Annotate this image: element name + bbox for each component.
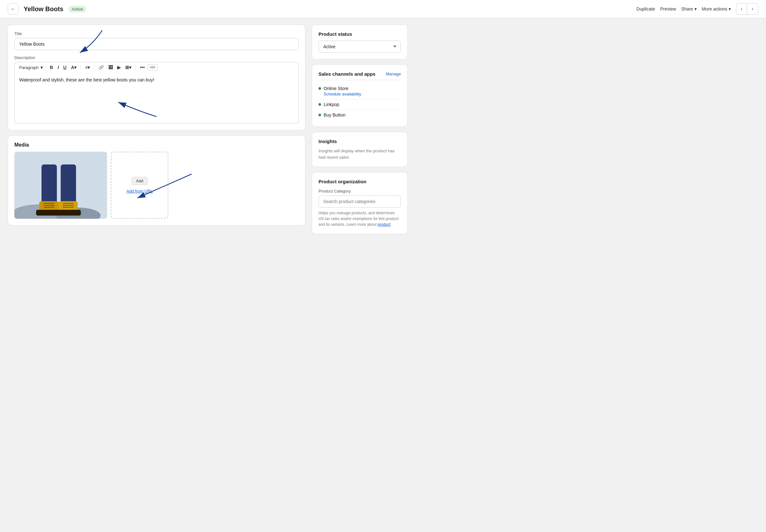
- linkpop-name: Linkpop: [323, 102, 339, 107]
- nav-arrows: ‹ ›: [736, 3, 758, 15]
- media-grid: Add Add from URL: [14, 152, 299, 219]
- channel-name-row-online-store: Online Store: [318, 86, 401, 91]
- toolbar-divider-2: [80, 64, 81, 71]
- next-arrow-button[interactable]: ›: [747, 4, 758, 14]
- product-status-select[interactable]: Active Draft Archived: [318, 41, 401, 53]
- divider: [318, 80, 401, 80]
- top-bar-actions: Duplicate Preview Share ▾ More actions ▾…: [636, 3, 758, 15]
- product-image[interactable]: [14, 152, 107, 219]
- share-chevron-icon: ▾: [694, 6, 697, 11]
- right-column: Product status Active Draft Archived Sal…: [312, 25, 408, 234]
- video-button[interactable]: ▶: [116, 64, 122, 71]
- product-status-title: Product status: [318, 31, 401, 37]
- sales-channels-title: Sales channels and apps: [318, 71, 375, 77]
- product-organization-card: Product organization Product Category He…: [312, 172, 408, 234]
- editor-toolbar: Paragraph ▾ B I U A ▾ ≡ ▾ 🔗: [14, 62, 299, 72]
- more-actions-button[interactable]: More actions ▾: [702, 6, 731, 11]
- org-helper-text: Helps you manage products, and determine…: [318, 210, 401, 227]
- image-button[interactable]: 🖼: [107, 64, 114, 71]
- link-button[interactable]: 🔗: [97, 64, 105, 71]
- channel-name-row-buy-button: Buy Button: [318, 112, 401, 118]
- align-chevron-icon: ▾: [87, 65, 90, 70]
- description-editor[interactable]: Waterproof and stylish, these are the be…: [14, 72, 299, 124]
- table-icon: ⊞: [125, 65, 129, 70]
- boots-illustration: [14, 152, 107, 219]
- main-content: Title Description Paragraph ▾ B I U A ▾: [0, 18, 415, 240]
- media-card: Media: [8, 135, 305, 225]
- sales-channels-card: Sales channels and apps Manage Online St…: [312, 65, 408, 127]
- underline-button[interactable]: U: [62, 64, 68, 71]
- online-store-name: Online Store: [323, 86, 348, 91]
- table-button[interactable]: ⊞ ▾: [124, 64, 133, 71]
- buy-button-status-dot: [318, 114, 321, 116]
- left-column: Title Description Paragraph ▾ B I U A ▾: [8, 25, 305, 234]
- title-input[interactable]: [14, 38, 299, 50]
- paragraph-select-wrapper[interactable]: Paragraph ▾: [18, 65, 43, 71]
- text-color-icon: A: [71, 65, 74, 70]
- svg-rect-4: [61, 164, 76, 206]
- product-details-card: Title Description Paragraph ▾ B I U A ▾: [8, 25, 305, 130]
- product-org-title: Product organization: [318, 179, 401, 184]
- table-chevron-icon: ▾: [129, 65, 131, 70]
- share-label: Share: [681, 6, 693, 11]
- description-text: Waterproof and stylish, these are the be…: [19, 77, 154, 82]
- paragraph-chevron-icon: ▾: [41, 65, 43, 70]
- product-status-card: Product status Active Draft Archived: [312, 25, 408, 59]
- svg-rect-8: [55, 210, 81, 216]
- manage-link[interactable]: Manage: [386, 72, 401, 76]
- page-title: Yellow Boots: [24, 5, 63, 13]
- toolbar-divider-4: [135, 64, 136, 71]
- preview-button[interactable]: Preview: [660, 6, 676, 11]
- schedule-availability-link[interactable]: Schedule availability: [323, 92, 401, 96]
- channels-header: Sales channels and apps Manage: [318, 71, 401, 77]
- description-label: Description: [14, 55, 299, 60]
- channel-item-online-store: Online Store Schedule availability: [318, 83, 401, 99]
- italic-button[interactable]: I: [56, 64, 60, 71]
- channel-item-linkpop: Linkpop: [318, 99, 401, 110]
- add-from-url-button[interactable]: Add from URL: [126, 189, 153, 194]
- back-icon: ←: [11, 6, 16, 12]
- code-button[interactable]: </>: [148, 64, 157, 71]
- buy-button-name: Buy Button: [323, 112, 345, 118]
- media-upload-area[interactable]: Add Add from URL: [111, 152, 168, 219]
- category-label: Product Category: [318, 189, 401, 194]
- svg-rect-3: [42, 164, 57, 206]
- category-search-input[interactable]: [318, 195, 401, 208]
- media-title: Media: [14, 142, 299, 148]
- align-button[interactable]: ≡ ▾: [83, 64, 91, 71]
- text-color-chevron-icon: ▾: [74, 65, 76, 70]
- back-button[interactable]: ←: [8, 4, 19, 14]
- insights-title: Insights: [318, 139, 401, 144]
- linkpop-status-dot: [318, 103, 321, 106]
- channel-name-row-linkpop: Linkpop: [318, 102, 401, 107]
- duplicate-button[interactable]: Duplicate: [636, 6, 655, 11]
- insights-card: Insights Insights will display when the …: [312, 132, 408, 167]
- product-link[interactable]: product: [377, 222, 391, 227]
- toolbar-divider-3: [94, 64, 94, 71]
- insights-description: Insights will display when the product h…: [318, 148, 401, 160]
- title-label: Title: [14, 31, 299, 36]
- prev-arrow-button[interactable]: ‹: [736, 4, 747, 14]
- channel-item-buy-button: Buy Button: [318, 110, 401, 120]
- more-actions-label: More actions: [702, 6, 727, 11]
- share-button[interactable]: Share ▾: [681, 6, 696, 11]
- add-media-button[interactable]: Add: [132, 177, 147, 185]
- online-store-status-dot: [318, 87, 321, 90]
- more-options-button[interactable]: •••: [138, 64, 146, 71]
- active-badge: Active: [68, 6, 86, 12]
- more-actions-chevron-icon: ▾: [729, 6, 731, 11]
- paragraph-select[interactable]: Paragraph: [18, 65, 40, 71]
- bold-button[interactable]: B: [48, 64, 55, 71]
- top-bar: ← Yellow Boots Active Duplicate Preview …: [0, 0, 766, 18]
- text-color-button[interactable]: A ▾: [69, 64, 78, 71]
- toolbar-divider-1: [45, 64, 46, 71]
